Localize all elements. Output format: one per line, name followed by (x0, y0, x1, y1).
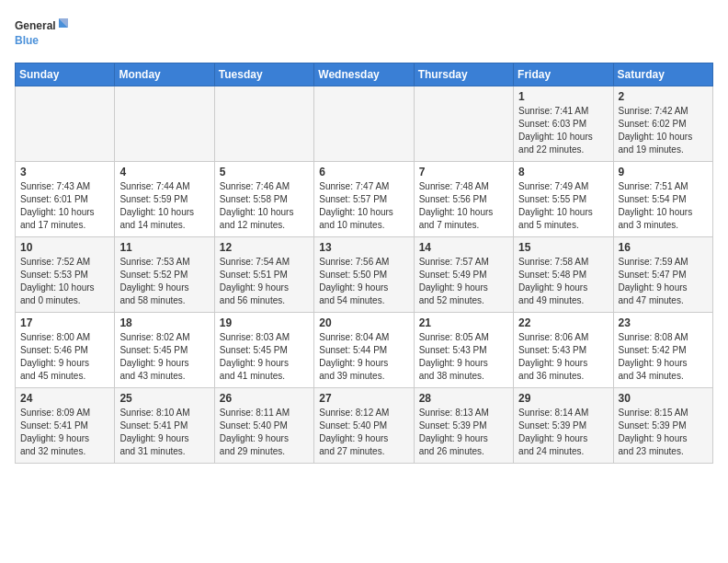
day-info: Sunrise: 7:54 AMSunset: 5:51 PMDaylight:… (220, 256, 309, 307)
day-number: 7 (419, 166, 508, 178)
day-info: Sunrise: 8:09 AMSunset: 5:41 PMDaylight:… (20, 407, 109, 458)
day-number: 24 (20, 392, 109, 405)
day-header: Saturday (613, 63, 712, 86)
calendar-cell (414, 86, 513, 162)
calendar-cell: 9Sunrise: 7:51 AMSunset: 5:54 PMDaylight… (613, 162, 712, 237)
day-number: 20 (319, 316, 408, 329)
calendar-cell: 6Sunrise: 7:47 AMSunset: 5:57 PMDaylight… (314, 162, 414, 237)
day-info: Sunrise: 7:58 AMSunset: 5:48 PMDaylight:… (518, 256, 608, 307)
day-info: Sunrise: 7:46 AMSunset: 5:58 PMDaylight:… (220, 180, 309, 232)
day-number: 19 (220, 316, 309, 329)
day-info: Sunrise: 7:43 AMSunset: 6:01 PMDaylight:… (20, 180, 109, 232)
day-info: Sunrise: 7:41 AMSunset: 6:03 PMDaylight:… (518, 105, 608, 156)
calendar-cell: 8Sunrise: 7:49 AMSunset: 5:55 PMDaylight… (514, 162, 613, 237)
day-info: Sunrise: 8:03 AMSunset: 5:45 PMDaylight:… (220, 331, 309, 383)
calendar-cell: 15Sunrise: 7:58 AMSunset: 5:48 PMDayligh… (514, 237, 613, 313)
day-number: 13 (319, 241, 408, 254)
day-number: 10 (20, 241, 109, 254)
day-number: 12 (220, 241, 309, 254)
day-header: Thursday (414, 63, 513, 86)
calendar-cell: 28Sunrise: 8:13 AMSunset: 5:39 PMDayligh… (414, 388, 513, 464)
day-info: Sunrise: 8:10 AMSunset: 5:41 PMDaylight:… (119, 407, 209, 458)
day-header: Friday (514, 63, 613, 86)
day-number: 9 (619, 166, 708, 178)
calendar-header-row: SundayMondayTuesdayWednesdayThursdayFrid… (16, 63, 713, 86)
day-info: Sunrise: 8:04 AMSunset: 5:44 PMDaylight:… (319, 331, 408, 383)
day-number: 26 (220, 392, 309, 405)
day-number: 17 (20, 316, 109, 329)
day-info: Sunrise: 7:56 AMSunset: 5:50 PMDaylight:… (319, 256, 408, 307)
calendar-table: SundayMondayTuesdayWednesdayThursdayFrid… (15, 63, 713, 464)
svg-text:General: General (15, 19, 56, 32)
calendar-week-row: 17Sunrise: 8:00 AMSunset: 5:46 PMDayligh… (16, 313, 713, 388)
day-number: 21 (419, 316, 508, 329)
day-info: Sunrise: 8:00 AMSunset: 5:46 PMDaylight:… (20, 331, 109, 383)
day-info: Sunrise: 8:08 AMSunset: 5:42 PMDaylight:… (619, 331, 708, 383)
day-number: 1 (518, 90, 608, 103)
calendar-cell: 20Sunrise: 8:04 AMSunset: 5:44 PMDayligh… (314, 313, 414, 388)
day-header: Tuesday (214, 63, 313, 86)
calendar-cell: 7Sunrise: 7:48 AMSunset: 5:56 PMDaylight… (414, 162, 513, 237)
day-number: 22 (518, 316, 608, 329)
calendar-cell: 29Sunrise: 8:14 AMSunset: 5:39 PMDayligh… (514, 388, 613, 464)
day-number: 23 (619, 316, 708, 329)
calendar-week-row: 10Sunrise: 7:52 AMSunset: 5:53 PMDayligh… (16, 237, 713, 313)
day-info: Sunrise: 8:11 AMSunset: 5:40 PMDaylight:… (220, 407, 309, 458)
calendar-cell: 16Sunrise: 7:59 AMSunset: 5:47 PMDayligh… (613, 237, 712, 313)
calendar-cell: 13Sunrise: 7:56 AMSunset: 5:50 PMDayligh… (314, 237, 414, 313)
day-number: 14 (419, 241, 508, 254)
calendar-cell: 19Sunrise: 8:03 AMSunset: 5:45 PMDayligh… (214, 313, 313, 388)
calendar-cell: 24Sunrise: 8:09 AMSunset: 5:41 PMDayligh… (16, 388, 115, 464)
calendar-cell: 10Sunrise: 7:52 AMSunset: 5:53 PMDayligh… (16, 237, 115, 313)
day-info: Sunrise: 7:59 AMSunset: 5:47 PMDaylight:… (619, 256, 708, 307)
day-info: Sunrise: 8:02 AMSunset: 5:45 PMDaylight:… (119, 331, 209, 383)
calendar-cell: 3Sunrise: 7:43 AMSunset: 6:01 PMDaylight… (16, 162, 115, 237)
calendar-cell: 5Sunrise: 7:46 AMSunset: 5:58 PMDaylight… (214, 162, 313, 237)
day-info: Sunrise: 7:49 AMSunset: 5:55 PMDaylight:… (518, 180, 608, 232)
day-info: Sunrise: 8:12 AMSunset: 5:40 PMDaylight:… (319, 407, 408, 458)
day-number: 11 (119, 241, 209, 254)
calendar-cell: 30Sunrise: 8:15 AMSunset: 5:39 PMDayligh… (613, 388, 712, 464)
calendar-cell: 27Sunrise: 8:12 AMSunset: 5:40 PMDayligh… (314, 388, 414, 464)
day-number: 28 (419, 392, 508, 405)
calendar-cell: 26Sunrise: 8:11 AMSunset: 5:40 PMDayligh… (214, 388, 313, 464)
day-info: Sunrise: 8:06 AMSunset: 5:43 PMDaylight:… (518, 331, 608, 383)
day-info: Sunrise: 8:05 AMSunset: 5:43 PMDaylight:… (419, 331, 508, 383)
calendar-cell (16, 86, 115, 162)
day-number: 18 (119, 316, 209, 329)
day-number: 4 (119, 166, 209, 178)
day-info: Sunrise: 7:51 AMSunset: 5:54 PMDaylight:… (619, 180, 708, 232)
day-number: 25 (119, 392, 209, 405)
day-header: Sunday (16, 63, 115, 86)
calendar-cell (115, 86, 214, 162)
day-info: Sunrise: 7:53 AMSunset: 5:52 PMDaylight:… (119, 256, 209, 307)
page-header: General Blue (15, 15, 713, 52)
day-number: 15 (518, 241, 608, 254)
calendar-week-row: 1Sunrise: 7:41 AMSunset: 6:03 PMDaylight… (16, 86, 713, 162)
calendar-cell (314, 86, 414, 162)
day-info: Sunrise: 7:42 AMSunset: 6:02 PMDaylight:… (619, 105, 708, 156)
day-number: 16 (619, 241, 708, 254)
calendar-cell: 21Sunrise: 8:05 AMSunset: 5:43 PMDayligh… (414, 313, 513, 388)
day-info: Sunrise: 7:48 AMSunset: 5:56 PMDaylight:… (419, 180, 508, 232)
day-info: Sunrise: 8:14 AMSunset: 5:39 PMDaylight:… (518, 407, 608, 458)
svg-text:Blue: Blue (15, 34, 39, 47)
calendar-cell: 25Sunrise: 8:10 AMSunset: 5:41 PMDayligh… (115, 388, 214, 464)
day-info: Sunrise: 8:15 AMSunset: 5:39 PMDaylight:… (619, 407, 708, 458)
calendar-cell: 12Sunrise: 7:54 AMSunset: 5:51 PMDayligh… (214, 237, 313, 313)
day-number: 27 (319, 392, 408, 405)
calendar-cell: 14Sunrise: 7:57 AMSunset: 5:49 PMDayligh… (414, 237, 513, 313)
calendar-week-row: 3Sunrise: 7:43 AMSunset: 6:01 PMDaylight… (16, 162, 713, 237)
calendar-cell: 22Sunrise: 8:06 AMSunset: 5:43 PMDayligh… (514, 313, 613, 388)
calendar-cell: 1Sunrise: 7:41 AMSunset: 6:03 PMDaylight… (514, 86, 613, 162)
day-header: Wednesday (314, 63, 414, 86)
calendar-cell: 2Sunrise: 7:42 AMSunset: 6:02 PMDaylight… (613, 86, 712, 162)
calendar-cell: 18Sunrise: 8:02 AMSunset: 5:45 PMDayligh… (115, 313, 214, 388)
day-info: Sunrise: 8:13 AMSunset: 5:39 PMDaylight:… (419, 407, 508, 458)
day-info: Sunrise: 7:52 AMSunset: 5:53 PMDaylight:… (20, 256, 109, 307)
day-number: 30 (619, 392, 708, 405)
day-number: 6 (319, 166, 408, 178)
calendar-cell: 11Sunrise: 7:53 AMSunset: 5:52 PMDayligh… (115, 237, 214, 313)
day-info: Sunrise: 7:47 AMSunset: 5:57 PMDaylight:… (319, 180, 408, 232)
logo: General Blue (15, 15, 70, 52)
